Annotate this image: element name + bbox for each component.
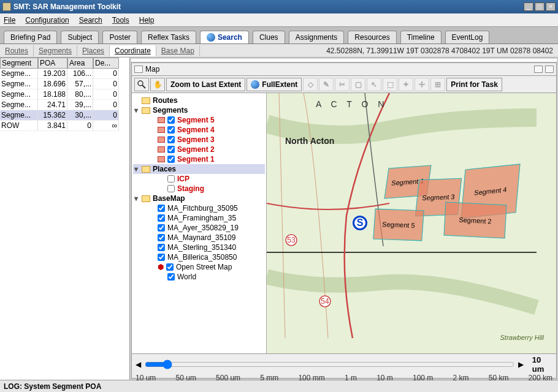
table-row[interactable]: Segme...18.18880,...0 bbox=[0, 89, 129, 100]
col-segment[interactable]: Segment bbox=[0, 58, 38, 69]
menu-tools[interactable]: Tools bbox=[112, 16, 129, 24]
layer-checkbox[interactable] bbox=[167, 136, 175, 143]
table-row[interactable]: ROW3.8410∞ bbox=[0, 121, 129, 131]
tool-button[interactable]: ✂ bbox=[335, 78, 350, 91]
tool-button[interactable]: ⬚ bbox=[383, 78, 397, 91]
menu-file[interactable]: File bbox=[4, 16, 15, 24]
full-extent-button[interactable]: FullExtent bbox=[247, 78, 302, 91]
table-row[interactable]: Segme...24.7139,...0 bbox=[0, 100, 129, 110]
print-task-button[interactable]: Print for Task bbox=[446, 78, 502, 91]
layer-checkbox[interactable] bbox=[167, 185, 175, 192]
col-poa[interactable]: POA bbox=[38, 58, 67, 69]
globe-icon bbox=[251, 80, 259, 89]
swatch-icon bbox=[158, 117, 165, 123]
layer-basemap-item[interactable]: MA_Maynard_35109 bbox=[133, 233, 265, 243]
tool-button[interactable]: ⊞ bbox=[430, 78, 445, 91]
pin-icon[interactable] bbox=[545, 66, 554, 73]
tool-button[interactable]: ✢ bbox=[415, 78, 429, 91]
layer-staging[interactable]: Staging bbox=[133, 184, 265, 194]
tab-search[interactable]: Search bbox=[200, 31, 249, 43]
layer-checkbox[interactable] bbox=[167, 156, 175, 163]
menu-configuration[interactable]: Configuration bbox=[25, 16, 69, 24]
scale-arrow-left-icon[interactable]: ◀ bbox=[136, 360, 141, 369]
col-area[interactable]: Area bbox=[67, 58, 93, 69]
map-label-strawberry: Strawberry Hill bbox=[500, 334, 544, 341]
layer-checkbox[interactable] bbox=[158, 214, 165, 222]
segment-5-poly[interactable]: Segment 5 bbox=[373, 209, 424, 241]
layer-routes[interactable]: Routes bbox=[133, 96, 265, 105]
tab-reflex-tasks[interactable]: Reflex Tasks bbox=[141, 31, 196, 43]
layer-icp[interactable]: ICP bbox=[133, 174, 265, 184]
tab-subject[interactable]: Subject bbox=[61, 31, 99, 43]
zoom-last-extent-button[interactable]: Zoom to Last Extent bbox=[166, 78, 245, 91]
subtab-segments[interactable]: Segments bbox=[34, 45, 77, 56]
layer-basemap-item[interactable]: MA_Fitchburg_35095 bbox=[133, 203, 265, 213]
layer-checkbox[interactable] bbox=[166, 263, 174, 271]
tab-eventlog[interactable]: EventLog bbox=[445, 31, 490, 43]
layer-checkbox[interactable] bbox=[167, 116, 175, 124]
window-title: SMT: SAR Management Toolkit bbox=[13, 2, 524, 11]
tab-poster[interactable]: Poster bbox=[102, 31, 137, 43]
subtab-coordinate[interactable]: Coordinate bbox=[110, 45, 156, 56]
layer-basemap[interactable]: ▾BaseMap bbox=[133, 194, 265, 203]
scale-slider[interactable] bbox=[145, 360, 514, 369]
layer-checkbox[interactable] bbox=[158, 205, 165, 212]
scale-arrow-right-icon[interactable]: ▶ bbox=[518, 360, 524, 369]
tool-button[interactable]: ↖ bbox=[367, 78, 381, 91]
map-titlebar: Map bbox=[131, 62, 557, 76]
layer-segment-2[interactable]: Segment 2 bbox=[133, 145, 265, 154]
maximize-button[interactable]: □ bbox=[535, 2, 545, 11]
tab-briefing-pad[interactable]: Briefing Pad bbox=[4, 31, 57, 43]
layer-segments[interactable]: ▾Segments bbox=[133, 105, 265, 115]
layer-checkbox[interactable] bbox=[158, 234, 165, 241]
layer-world[interactable]: World bbox=[133, 272, 265, 282]
main-tabs: Briefing Pad Subject Poster Reflex Tasks… bbox=[0, 27, 558, 44]
col-de[interactable]: De... bbox=[93, 58, 119, 69]
layer-basemap-item[interactable]: MA_Billerica_350850 bbox=[133, 252, 265, 262]
zoom-tool-button[interactable] bbox=[134, 78, 149, 91]
tool-button[interactable]: ✎ bbox=[319, 78, 334, 91]
subtab-routes[interactable]: Routes bbox=[0, 45, 34, 56]
layer-checkbox[interactable] bbox=[167, 146, 175, 153]
layer-checkbox[interactable] bbox=[167, 273, 175, 281]
table-row[interactable]: Segme...19.203106...0 bbox=[0, 69, 129, 79]
scale-current: 10 um bbox=[532, 355, 552, 374]
layer-osm[interactable]: ⬢Open Street Map bbox=[133, 262, 265, 272]
table-row[interactable]: Segme...15.36230,...0 bbox=[0, 110, 129, 121]
detach-icon[interactable] bbox=[534, 66, 543, 73]
layer-basemap-item[interactable]: MA_Ayer_350829_19 bbox=[133, 223, 265, 233]
layer-segment-5[interactable]: Segment 5 bbox=[133, 115, 265, 125]
close-button[interactable]: × bbox=[546, 2, 556, 11]
layer-basemap-item[interactable]: MA_Framingham_35 bbox=[133, 213, 265, 223]
layer-checkbox[interactable] bbox=[167, 126, 175, 134]
menu-help[interactable]: Help bbox=[139, 16, 155, 24]
subject-marker[interactable]: S bbox=[353, 216, 367, 230]
layer-checkbox[interactable] bbox=[158, 244, 165, 251]
layer-segment-3[interactable]: Segment 3 bbox=[133, 135, 265, 145]
tab-clues[interactable]: Clues bbox=[253, 31, 285, 43]
layer-basemap-item[interactable]: MA_Sterling_351340 bbox=[133, 243, 265, 252]
layer-checkbox[interactable] bbox=[158, 254, 165, 261]
svg-line-1 bbox=[142, 85, 145, 88]
tool-button[interactable]: ◇ bbox=[303, 78, 318, 91]
tool-button[interactable]: ▢ bbox=[351, 78, 365, 91]
layer-places[interactable]: ▾Places bbox=[133, 164, 265, 174]
tab-assignments[interactable]: Assignments bbox=[289, 31, 345, 43]
pan-tool-button[interactable]: ✋ bbox=[150, 78, 165, 91]
menu-search[interactable]: Search bbox=[79, 16, 102, 24]
tab-timeline[interactable]: Timeline bbox=[400, 31, 441, 43]
table-row[interactable]: Segme...18.69657,...0 bbox=[0, 79, 129, 89]
map-canvas[interactable]: 53 54 A C T O N North Acton Strawberry H… bbox=[267, 93, 556, 353]
tool-button[interactable]: ✦ bbox=[399, 78, 413, 91]
window-icon bbox=[134, 66, 143, 73]
tab-resources[interactable]: Resources bbox=[348, 31, 396, 43]
segment-2-poly[interactable]: Segment 2 bbox=[444, 202, 507, 238]
layer-checkbox[interactable] bbox=[158, 224, 165, 232]
layer-segment-1[interactable]: Segment 1 bbox=[133, 154, 265, 164]
layer-segment-4[interactable]: Segment 4 bbox=[133, 125, 265, 135]
segment-table: Segment POA Area De... Segme...19.203106… bbox=[0, 58, 129, 131]
layer-checkbox[interactable] bbox=[167, 175, 175, 183]
minimize-button[interactable]: _ bbox=[524, 2, 533, 11]
subtab-basemap[interactable]: Base Map bbox=[156, 45, 200, 56]
subtab-places[interactable]: Places bbox=[77, 45, 110, 56]
